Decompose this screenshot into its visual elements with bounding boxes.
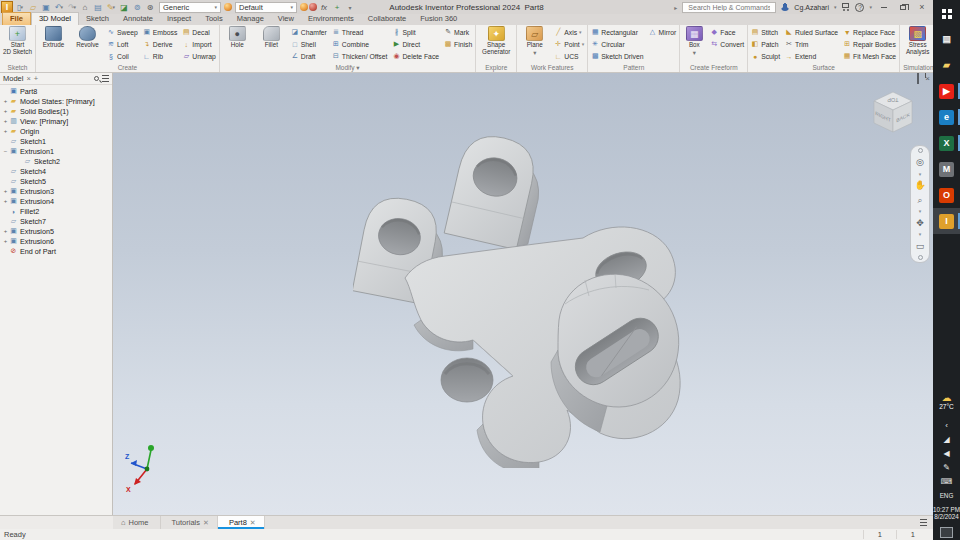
ribbon-small-button[interactable]: ▤ Decal <box>180 26 217 38</box>
ribbon-small-button[interactable]: ▼ Replace Face <box>841 26 898 38</box>
taskbar-app-icon[interactable]: O <box>933 182 960 208</box>
ribbon-tab[interactable]: Fusion 360 <box>413 13 464 25</box>
document-tab[interactable]: ⌂ Home <box>113 516 161 529</box>
doc-restore-icon[interactable] <box>917 74 919 83</box>
ribbon-small-button[interactable]: △ Mirror <box>647 26 679 38</box>
freeform-box-button[interactable]: ▦ Box ▾ <box>681 26 707 57</box>
browser-tree-item[interactable]: + ▣ Extrusion5 <box>2 226 112 236</box>
ribbon-tab[interactable]: Manage <box>230 13 271 25</box>
ribbon-small-button[interactable]: ▤ Stitch <box>749 26 782 38</box>
chevron-down-icon[interactable]: ▾ <box>919 209 922 213</box>
browser-tree-item[interactable]: ⊘ End of Part <box>2 246 112 256</box>
appearance-select[interactable]: Default ▾ <box>235 2 297 13</box>
ribbon-small-button[interactable]: § Coil <box>105 50 140 62</box>
ribbon-small-button[interactable]: ≋ Loft <box>105 38 140 50</box>
browser-tree-item[interactable]: ▣ Part8 <box>2 86 112 96</box>
panel-label-work-features[interactable]: Work Features <box>518 63 586 72</box>
minimize-button[interactable] <box>877 2 891 13</box>
ribbon-small-button[interactable]: ◪ Chamfer <box>289 26 329 38</box>
add-qat-icon[interactable]: + <box>331 1 343 13</box>
panel-label-surface[interactable]: Surface <box>749 63 898 72</box>
ribbon-small-button[interactable]: ∟ Rib <box>141 50 180 62</box>
pen-icon[interactable]: ✎ <box>943 461 950 474</box>
language-indicator[interactable]: ENG <box>940 489 954 502</box>
ribbon-small-button[interactable]: ▩ Sketch Driven <box>589 50 645 62</box>
home-icon[interactable]: ⌂ <box>79 1 91 13</box>
settings-gear-icon[interactable]: ⊛ <box>144 1 156 13</box>
panel-label-simulation[interactable]: Simulation <box>901 63 933 72</box>
tree-expander-icon[interactable]: + <box>2 98 9 104</box>
browser-tree-item[interactable]: ▱ Sketch1 <box>2 136 112 146</box>
show-desktop-button[interactable] <box>940 527 953 538</box>
panel-label-explore[interactable]: Explore <box>477 63 515 72</box>
windows-start-button[interactable] <box>933 0 960 26</box>
ribbon-small-button[interactable]: ↴ Derive <box>141 38 180 50</box>
taskbar-clock[interactable]: 10:27 PM 8/2/2024 <box>933 506 960 520</box>
shape-generator-button[interactable]: ✦ Shape Generator <box>477 26 515 56</box>
ribbon-small-button[interactable]: ⊞ Repair Bodies <box>841 38 898 50</box>
browser-tree-item[interactable]: + ▰ Model States: [Primary] <box>2 96 112 106</box>
browser-tree-item[interactable]: + ▣ Extrusion6 <box>2 236 112 246</box>
browser-tree-item[interactable]: + ▥ View: [Primary] <box>2 116 112 126</box>
color-ball-icon[interactable] <box>300 3 308 11</box>
panel-label-sketch[interactable]: Sketch <box>1 63 34 72</box>
tree-expander-icon[interactable]: + <box>2 128 9 134</box>
ribbon-tab[interactable]: Inspect <box>160 13 198 25</box>
ribbon-small-button[interactable]: ▱ Unwrap <box>180 50 217 62</box>
tree-expander-icon[interactable]: − <box>2 148 9 154</box>
ribbon-tab[interactable]: View <box>271 13 301 25</box>
model-viewport[interactable]: × TOP RIGHT BACK ◎ ▾ ✋ ⌕ ▾ ✥ ▾ ▭ <box>113 73 933 515</box>
navigation-wheel-icon[interactable]: ◎ <box>916 157 924 167</box>
material-select[interactable]: Generic ▾ <box>159 2 221 13</box>
appearance-ball-icon[interactable] <box>224 3 232 11</box>
material-box-icon[interactable]: ◪ <box>118 1 130 13</box>
fillet-button[interactable]: Fillet <box>255 26 288 49</box>
ribbon-small-button[interactable]: ◣ Ruled Surface <box>783 26 840 38</box>
browser-close-icon[interactable]: × <box>26 74 30 83</box>
ribbon-small-button[interactable]: ⇆ Convert <box>708 38 746 50</box>
ribbon-small-button[interactable]: ◆ Face <box>708 26 746 38</box>
orbit-icon[interactable]: ✥ <box>916 218 924 228</box>
browser-tree-item[interactable]: + ▣ Extrusion4 <box>2 196 112 206</box>
tree-expander-icon[interactable]: + <box>2 188 9 194</box>
close-button[interactable]: × <box>915 2 929 13</box>
ribbon-small-button[interactable]: ▶ Direct <box>390 38 441 50</box>
document-tab[interactable]: Part8 ✕ <box>218 516 265 529</box>
stress-analysis-button[interactable]: ▧ Stress Analysis <box>901 26 933 56</box>
tab-close-icon[interactable]: ✕ <box>250 519 256 527</box>
document-tab[interactable]: Tutorials ✕ <box>161 516 218 529</box>
ribbon-small-button[interactable]: ✎ Mark <box>442 26 474 38</box>
search-input[interactable] <box>686 3 772 12</box>
browser-tree-item[interactable]: − ▣ Extrusion1 <box>2 146 112 156</box>
panel-label-create[interactable]: Create <box>37 63 218 72</box>
ribbon-small-button[interactable]: ⊟ Thicken/ Offset <box>330 50 390 62</box>
taskbar-app-icon[interactable]: ▤ <box>933 26 960 52</box>
view-cube[interactable]: TOP RIGHT BACK <box>867 87 919 139</box>
browser-tree-item[interactable]: ◗ Fillet2 <box>2 206 112 216</box>
chevron-down-icon[interactable]: ▾ <box>919 172 922 176</box>
browser-tree-item[interactable]: ▱ Sketch7 <box>2 216 112 226</box>
start-2d-sketch-button[interactable]: + Start 2D Sketch <box>1 26 34 56</box>
ribbon-small-button[interactable]: ∿ Sweep <box>105 26 140 38</box>
ribbon-small-button[interactable]: ╱ Axis ▾ <box>552 26 586 38</box>
user-name[interactable]: Cg.Azahari <box>794 4 829 11</box>
pan-hand-icon[interactable]: ✋ <box>914 180 925 190</box>
tree-expander-icon[interactable]: + <box>2 198 9 204</box>
ribbon-small-button[interactable]: ↓ Import <box>180 38 217 50</box>
drawing-icon[interactable]: ▤ <box>92 1 104 13</box>
taskbar-app-icon[interactable]: X <box>933 130 960 156</box>
help-icon[interactable]: ? <box>855 3 864 12</box>
ribbon-tab[interactable]: Collaborate <box>361 13 413 25</box>
ribbon-small-button[interactable]: → Extend <box>783 50 840 62</box>
color-ball2-icon[interactable] <box>309 3 317 11</box>
ribbon-small-button[interactable]: ◧ Patch <box>749 38 782 50</box>
help-chevron-icon[interactable]: ▾ <box>869 4 872 10</box>
ribbon-small-button[interactable]: ∦ Split <box>390 26 441 38</box>
tree-expander-icon[interactable]: + <box>2 238 9 244</box>
weather-widget[interactable]: ☁ 27°C <box>939 393 954 410</box>
user-menu-chevron-icon[interactable]: ▾ <box>834 4 837 10</box>
taskbar-app-icon[interactable]: ▰ <box>933 52 960 78</box>
browser-tree-item[interactable]: ▱ Sketch2 <box>2 156 112 166</box>
ribbon-small-button[interactable]: ∟ UCS <box>552 50 586 62</box>
wifi-icon[interactable]: ◢ <box>943 433 949 446</box>
